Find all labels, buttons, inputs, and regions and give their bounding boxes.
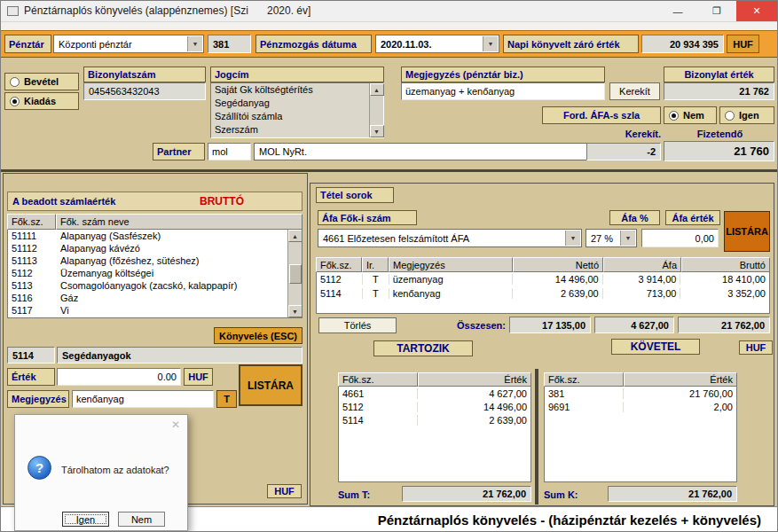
brutto-label: BRUTTÓ — [200, 195, 244, 207]
accounts-header-strip: A beadott számlaérték BRUTTÓ — [7, 192, 303, 211]
col-header-fok-szam-neve: Fők. szám neve — [56, 214, 303, 230]
afa-value-label: Áfa érték — [665, 210, 720, 225]
dialog-no-button[interactable]: Nem — [118, 512, 165, 527]
bevetel-radio[interactable]: Bevétel — [4, 73, 79, 90]
ertek-label: Érték — [7, 368, 55, 386]
col-header-fok-sz: Fők.sz. — [338, 372, 418, 387]
minimize-icon[interactable]: — — [658, 1, 697, 21]
kiadas-radio-label: Kiadás — [24, 96, 56, 106]
scroll-down-icon[interactable]: ▼ — [370, 125, 384, 137]
credit-table-body: 38121 760,00 96912,00 — [544, 387, 737, 482]
debit-row: 46614 627,00 — [339, 387, 530, 400]
account-row[interactable]: 5116Gáz — [8, 292, 302, 304]
t-button[interactable]: T — [216, 390, 237, 408]
jogcim-item[interactable]: Segédanyag — [211, 97, 383, 110]
ford-afa-igen-radio[interactable]: Igen — [719, 106, 774, 124]
bizonylatszam-label: Bizonylatszám — [83, 66, 206, 82]
save-confirm-dialog: ✕ ? Tárolhatom az adatokat? Igen Nem — [14, 414, 188, 531]
col-header-megjegyzes: Megjegyzés — [389, 257, 513, 272]
huf-bottom-badge: HUF — [267, 484, 302, 498]
credit-row: 38121 760,00 — [545, 387, 736, 400]
accounts-scrollbar[interactable]: ▲ ▼ — [287, 230, 302, 317]
account-code-field[interactable]: 381 — [208, 35, 251, 53]
bizonylatszam-field[interactable]: 0454563432043 — [83, 82, 206, 100]
ledger-huf-badge: HUF — [739, 340, 773, 355]
afa-pct-combobox[interactable]: 27 % ▼ — [585, 229, 637, 247]
osszesen-brutto-value: 21 762,00 — [678, 317, 770, 333]
sum-t-value: 21 762,00 — [402, 486, 531, 502]
account-row[interactable]: 5112Üzemanyag költségei — [8, 267, 302, 279]
radio-icon[interactable] — [10, 77, 20, 87]
jogcim-item[interactable]: Szállítói számla — [211, 110, 383, 123]
maximize-icon[interactable]: ❐ — [697, 1, 736, 21]
title-bar: Pénztárnaplós könyvelés (alappénznemes) … — [1, 1, 777, 22]
account-row[interactable]: 51113Alapanyag (főzéshez, sütéshez) — [8, 254, 302, 267]
jogcim-scrollbar[interactable]: ▲ ▼ — [369, 83, 383, 137]
item-row[interactable]: 5112Tüzemanyag14 496,003 914,0018 410,00 — [317, 272, 769, 286]
megjegyzes-penztar-field[interactable]: üzemanyag + kenőanyag — [401, 82, 605, 100]
close-icon[interactable]: ✕ — [736, 1, 777, 21]
megjegyzes-field[interactable]: kenőanyag — [72, 390, 214, 408]
afa-account-value: 4661 Előzetesen felszámított ÁFA — [323, 233, 469, 244]
debit-table-header: Fők.sz. Érték — [338, 372, 531, 387]
fizetendo-label: Fizetendő — [678, 127, 762, 140]
date-combobox[interactable]: 2020.11.03. ▼ — [375, 35, 499, 53]
kerekit-button[interactable]: Kerekít — [609, 82, 660, 100]
partner-code-field[interactable]: mol — [208, 143, 251, 160]
col-header-ertek: Érték — [624, 372, 737, 387]
item-row[interactable]: 5114Tkenőanyag2 639,00713,003 352,00 — [317, 286, 769, 301]
account-row[interactable]: 51111Alapanyag (Sasfészek) — [8, 230, 302, 242]
dialog-yes-button[interactable]: Igen — [62, 512, 109, 527]
tartozik-label: TARTOZIK — [373, 340, 473, 356]
bizonylat-ertek-label: Bizonylat érték — [664, 66, 774, 82]
konyveles-esc-button[interactable]: Könyvelés (ESC) — [214, 327, 303, 344]
listara-left-button[interactable]: LISTÁRA — [239, 364, 303, 406]
scroll-up-icon[interactable]: ▲ — [288, 230, 303, 242]
col-header-afa: Áfa — [603, 257, 681, 272]
ford-afa-nem-radio[interactable]: Nem — [664, 106, 717, 124]
account-row[interactable]: 5117Vi — [8, 304, 302, 317]
selected-account-code: 5114 — [7, 347, 55, 364]
radio-icon[interactable] — [10, 97, 20, 106]
tetel-sorok-label: Tétel sorok — [316, 187, 394, 203]
question-icon: ? — [28, 456, 51, 480]
date-value: 2020.11.03. — [381, 39, 432, 50]
dialog-close-icon[interactable]: ✕ — [171, 419, 180, 431]
account-row[interactable]: 51112Alapanyag kávézó — [8, 242, 302, 254]
ertek-field[interactable]: 0.00 — [57, 368, 181, 386]
afa-value-field[interactable]: 0,00 — [641, 229, 719, 247]
nem-radio-label: Nem — [683, 110, 704, 121]
listara-right-button[interactable]: LISTÁRA — [724, 211, 770, 252]
afa-account-label: Áfa Fők-i szám — [318, 210, 417, 225]
jogcim-listbox[interactable]: Saját Gk költségtérítés Segédanyag Száll… — [210, 82, 384, 138]
kiadas-radio[interactable]: Kiadás — [4, 92, 79, 110]
col-header-fok-sz: Fők.sz. — [7, 214, 56, 230]
partner-label: Partner — [153, 143, 205, 160]
jogcim-item[interactable]: Szerszám — [211, 123, 383, 137]
closing-value: 20 934 395 — [641, 35, 724, 53]
window-title-year: 2020. év] — [267, 4, 310, 17]
afa-account-combobox[interactable]: 4661 Előzetesen felszámított ÁFA ▼ — [318, 229, 582, 247]
jogcim-item[interactable]: Saját Gk költségtérítés — [211, 83, 383, 97]
chevron-down-icon[interactable]: ▼ — [620, 231, 635, 246]
penztar-combobox[interactable]: Központi pénztár ▼ — [53, 35, 204, 53]
col-header-netto: Nettó — [513, 257, 603, 272]
chevron-down-icon[interactable]: ▼ — [565, 231, 580, 246]
ertek-huf-badge: HUF — [184, 368, 213, 386]
credit-table-header: Fők.sz. Érték — [544, 372, 737, 387]
torles-button[interactable]: Törlés — [318, 317, 397, 333]
col-header-brutto: Bruttó — [681, 257, 770, 272]
chevron-down-icon[interactable]: ▼ — [483, 36, 498, 51]
scrollbar-thumb[interactable] — [289, 264, 302, 284]
scroll-up-icon[interactable]: ▲ — [370, 83, 384, 96]
radio-icon[interactable] — [669, 111, 679, 121]
penztar-label: Pénztár — [4, 35, 51, 53]
account-row[interactable]: 5113Csomagolóanyagok (zacskó, kalappapír… — [8, 279, 302, 292]
partner-combobox[interactable]: MOL NyRt. ▼ — [254, 143, 614, 160]
chevron-down-icon[interactable]: ▼ — [187, 36, 202, 51]
debit-table-body: 46614 627,00 511214 496,00 51142 639,00 — [338, 387, 531, 482]
bevetel-radio-label: Bevétel — [24, 76, 59, 87]
bizonylat-ertek-value: 21 762 — [664, 82, 774, 100]
radio-icon[interactable] — [725, 111, 735, 121]
scroll-down-icon[interactable]: ▼ — [288, 305, 303, 317]
